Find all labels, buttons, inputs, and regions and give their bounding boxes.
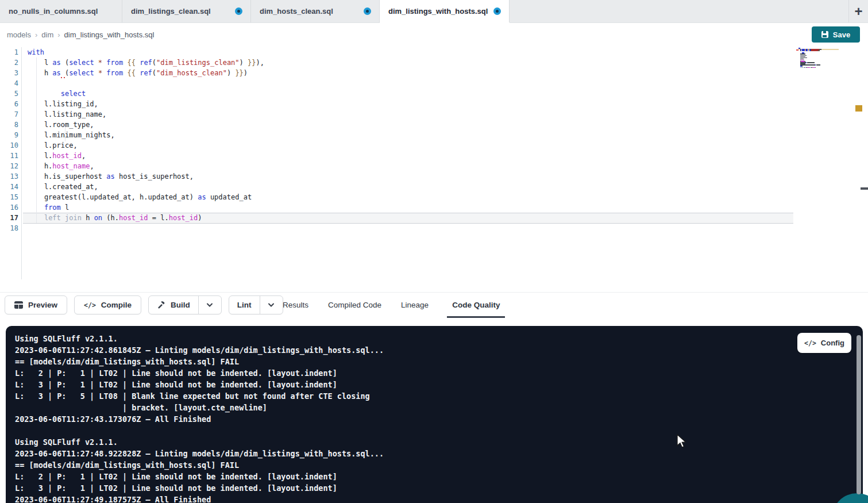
build-button[interactable]: Build — [149, 296, 198, 314]
code-token: ) — [198, 214, 202, 222]
code-line[interactable]: h as (select * from {{ ref("dim_hosts_cl… — [28, 68, 264, 78]
code-line[interactable]: l.minimum_nights, — [28, 130, 264, 140]
terminal-line: | bracket. [layout.cte_newline] — [15, 402, 854, 413]
code-token: l.listing_name, — [28, 110, 106, 118]
file-tab[interactable]: dim_hosts_clean.sql — [251, 0, 380, 22]
code-token — [94, 69, 98, 77]
hammer-icon — [157, 301, 165, 309]
code-line[interactable]: l.listing_id, — [28, 99, 264, 109]
code-token — [28, 214, 44, 222]
compile-button[interactable]: </> Compile — [74, 295, 141, 314]
code-token: from — [106, 69, 123, 77]
breadcrumb-chevron-icon: › — [57, 30, 60, 39]
terminal-line: 2023-06-06T11:27:49.187575Z — All Finish… — [15, 494, 854, 503]
code-token: l.created_at, — [28, 183, 98, 191]
line-number: 5 — [0, 89, 18, 99]
minimap[interactable] — [798, 48, 839, 70]
compile-button-label: Compile — [101, 301, 132, 309]
code-token: as — [52, 59, 60, 67]
save-button[interactable]: Save — [812, 26, 860, 43]
code-line[interactable]: l.created_at, — [28, 182, 264, 192]
code-token: ) — [244, 69, 248, 77]
code-token: h. — [28, 162, 52, 170]
line-number: 16 — [0, 202, 18, 213]
file-tab[interactable]: dim_listings_with_hosts.sql — [380, 0, 510, 22]
terminal-line: L: 3 | P: 1 | LT02 | Line should not be … — [15, 379, 854, 390]
minimap-error-marker — [796, 49, 798, 51]
code-token: ( — [152, 59, 156, 67]
code-line[interactable] — [28, 78, 264, 89]
breadcrumb-segment: models — [7, 30, 31, 39]
line-number: 3 — [0, 68, 18, 78]
code-line[interactable]: left join h on (h.host_id = l.host_id) — [28, 213, 264, 223]
terminal-line: == [models/dim/dim_listings_with_hosts.s… — [15, 356, 854, 367]
code-line[interactable]: l.room_type, — [28, 120, 264, 130]
code-token: l.listing_id, — [28, 100, 98, 108]
terminal-line — [15, 425, 854, 436]
file-tab[interactable]: no_nulls_in_columns.sql — [0, 0, 122, 22]
code-token: * — [98, 59, 102, 67]
panel-tab-results[interactable]: Results — [281, 293, 310, 318]
code-text[interactable]: with l as (select * from {{ ref("dim_lis… — [28, 47, 264, 233]
code-line[interactable]: select — [28, 89, 264, 99]
scrollbar-position-marker — [861, 187, 868, 190]
modified-dot-icon — [364, 7, 371, 15]
code-token: h — [82, 214, 94, 222]
terminal-line: L: 3 | P: 1 | LT02 | Line should not be … — [15, 482, 854, 494]
line-number: 7 — [0, 109, 18, 120]
code-line[interactable]: h.is_superhost as host_is_superhost, — [28, 171, 264, 182]
line-number: 17 — [0, 213, 18, 223]
lint-button[interactable]: Lint — [229, 296, 260, 314]
code-line[interactable]: l.price, — [28, 140, 264, 151]
terminal-scrollbar[interactable] — [857, 335, 861, 494]
modified-dot-icon — [493, 7, 501, 15]
code-line[interactable]: from l — [28, 202, 264, 213]
lint-output-terminal: Using SQLFluff v2.1.1.2023-06-06T11:27:4… — [6, 326, 863, 503]
code-line[interactable] — [28, 223, 264, 233]
code-icon: </> — [84, 301, 96, 309]
preview-button[interactable]: Preview — [5, 295, 67, 314]
code-token: as — [106, 172, 114, 181]
table-grid-icon — [14, 301, 23, 309]
code-token: }} — [248, 59, 256, 67]
file-tab[interactable]: dim_listings_clean.sql — [122, 0, 251, 22]
line-number: 6 — [0, 99, 18, 109]
terminal-line: 2023-06-06T11:27:42.861845Z — Linting mo… — [15, 344, 854, 356]
code-line[interactable]: l as (select * from {{ ref("dim_listings… — [28, 57, 264, 68]
line-number-gutter: 123456789101112131415161718 — [0, 47, 18, 233]
lint-dropdown-button[interactable] — [260, 296, 283, 314]
line-number: 12 — [0, 161, 18, 171]
panel-tab-code-quality[interactable]: Code Quality — [447, 293, 505, 318]
code-token: ) — [240, 59, 248, 67]
terminal-output: Using SQLFluff v2.1.1.2023-06-06T11:27:4… — [15, 333, 854, 503]
code-editor[interactable]: 123456789101112131415161718 with l as (s… — [0, 46, 868, 292]
code-token: ( — [61, 59, 69, 67]
code-line[interactable]: h.host_name, — [28, 161, 264, 171]
build-dropdown-button[interactable] — [198, 296, 221, 314]
config-button[interactable]: </> Config — [797, 333, 851, 353]
code-token: l.minimum_nights, — [28, 131, 115, 139]
breadcrumb-chevron-icon: › — [35, 30, 37, 39]
code-token: ) — [227, 69, 235, 77]
code-token: {{ — [127, 59, 135, 67]
code-token — [28, 90, 61, 98]
modified-dot-icon — [235, 7, 242, 15]
code-token: host_is_superhost, — [115, 172, 194, 181]
build-button-label: Build — [171, 301, 190, 309]
panel-tab-compiled-code[interactable]: Compiled Code — [327, 293, 383, 318]
gutter-divider — [21, 47, 22, 279]
code-line[interactable]: greatest(l.updated_at, h.updated_at) as … — [28, 192, 264, 202]
minimap-line — [798, 68, 839, 70]
code-line[interactable]: l.listing_name, — [28, 109, 264, 120]
code-token: as — [198, 193, 206, 201]
panel-tab-lineage[interactable]: Lineage — [400, 293, 430, 318]
terminal-line: 2023-06-06T11:27:48.922828Z — Linting mo… — [15, 448, 854, 459]
code-line[interactable]: with — [28, 47, 264, 57]
code-token: h.is_superhost — [28, 172, 106, 181]
code-line[interactable]: l.host_id, — [28, 151, 264, 161]
chevron-down-icon — [268, 303, 275, 308]
line-number: 15 — [0, 192, 18, 202]
code-token: "dim_hosts_clean" — [156, 69, 227, 77]
code-token: greatest(l.updated_at, h.updated_at) — [28, 193, 198, 201]
new-tab-button[interactable]: + — [848, 0, 868, 22]
